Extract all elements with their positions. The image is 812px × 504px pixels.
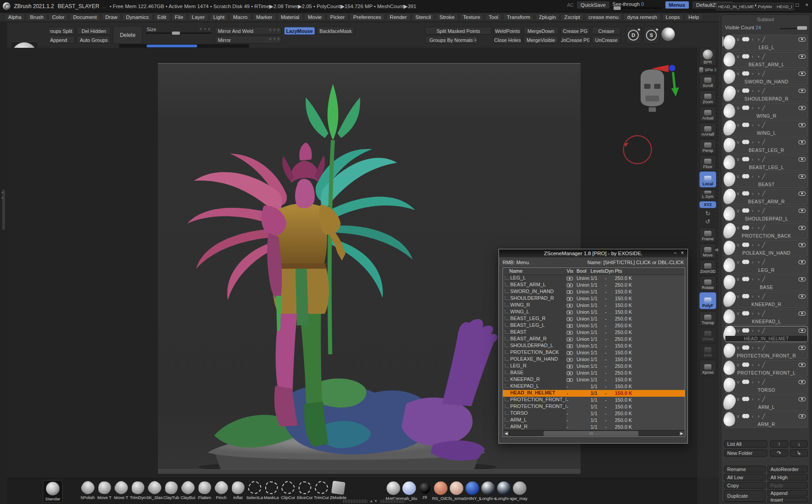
uv-toggle-icon[interactable]: ◐ <box>752 396 755 402</box>
subtool-list-item[interactable]: ∨ ◐ ◑ ╱ PROTECTION_BACK <box>725 223 808 239</box>
new-folder-button[interactable]: New Folder <box>724 449 767 457</box>
visibility-eye-icon[interactable] <box>567 331 573 334</box>
menu-item[interactable]: Material <box>277 14 303 21</box>
texture-toggle-icon[interactable]: ◑ <box>757 328 760 333</box>
uv-toggle-icon[interactable]: ◐ <box>752 413 755 419</box>
menu-item[interactable]: Preferences <box>350 14 385 21</box>
uv-toggle-icon[interactable]: ◐ <box>752 54 755 59</box>
drop-arrow-icon[interactable]: ∨ <box>736 88 740 94</box>
visibility-eye-icon[interactable] <box>567 358 573 362</box>
visibility-eye-icon[interactable] <box>567 290 573 294</box>
paint-brush-icon[interactable]: ╱ <box>762 225 765 231</box>
texture-toggle-icon[interactable]: ◑ <box>757 174 760 179</box>
uv-toggle-icon[interactable]: ◐ <box>752 174 755 179</box>
visibility-eye-icon[interactable] <box>567 378 573 382</box>
subtool-list-item[interactable]: ∨ ◐ ◑ ╱ PROTECTION_FRONT_L <box>725 360 808 376</box>
subtool-list-item[interactable]: ∨ ◐ ◑ ╱ LEG_R <box>725 257 808 274</box>
viewport-tool-button[interactable]: Rotate <box>699 276 716 291</box>
visibility-toggle[interactable] <box>798 259 806 265</box>
tray-pager[interactable]: ▲▼ <box>343 499 405 503</box>
mergedown-button[interactable]: MergeDown <box>523 27 558 35</box>
visibility-toggle[interactable] <box>798 345 806 350</box>
bool-mode[interactable]: Union <box>577 316 590 321</box>
visibility-toggle[interactable] <box>798 71 806 76</box>
table-row[interactable]: TORSO - 1/1 - 250.0 K <box>503 410 685 417</box>
subtool-list-item[interactable]: ∨ ◐ ◑ ╱ ARM_L <box>725 394 808 411</box>
table-row[interactable]: BEAST_ARM_R Union 1/1 - 250.0 K <box>503 336 685 343</box>
table-row[interactable]: KNEEPAD_R Union 1/1 - 150.0 K <box>503 376 685 383</box>
menu-item[interactable]: Help <box>685 14 703 21</box>
uv-toggle-icon[interactable]: ◐ <box>752 156 755 162</box>
table-row[interactable]: WING_R Union 1/1 - 150.0 K <box>503 302 685 309</box>
table-row[interactable]: WING_L Union 1/1 - 150.0 K <box>503 309 685 316</box>
scrollbar-thumb[interactable] <box>544 431 638 436</box>
uv-toggle-icon[interactable]: ◐ <box>752 328 755 333</box>
texture-toggle-icon[interactable]: ◑ <box>757 71 760 76</box>
subtool-list-item[interactable]: ∨ ◐ ◑ ╱ PROTECTION_FRONT_R <box>725 343 808 359</box>
see-through-handle[interactable] <box>614 6 621 10</box>
menu-item[interactable]: Picker <box>327 14 348 21</box>
menu-item[interactable]: File <box>171 14 187 21</box>
table-row[interactable]: BASE Union 1/1 - 250.0 K <box>503 370 685 376</box>
menus-toggle-button[interactable]: Menus <box>665 1 689 9</box>
viewport-tool-button[interactable]: Ghost <box>699 327 716 343</box>
zscene-minimize-button[interactable]: − <box>672 250 678 256</box>
uv-toggle-icon[interactable]: ◐ <box>752 242 755 247</box>
visibility-toggle[interactable] <box>798 276 806 282</box>
bool-mode[interactable]: Union <box>577 343 590 348</box>
drop-arrow-icon[interactable]: ∨ <box>736 276 740 282</box>
visibility-eye-icon[interactable] <box>567 317 573 321</box>
paint-brush-icon[interactable]: ╱ <box>762 174 765 179</box>
visibility-toggle[interactable] <box>798 174 806 179</box>
subtool-list-item[interactable]: ∨ ◐ ◑ ╱ WING_L <box>725 120 808 137</box>
subtool-list-item[interactable]: ∨ ◐ ◑ ╱ SHOULDERPAD_R <box>725 86 808 102</box>
texture-toggle-icon[interactable]: ◑ <box>757 37 760 42</box>
tray-peek-label[interactable]: HEAD_I <box>775 3 794 10</box>
visibility-toggle[interactable] <box>798 396 806 402</box>
subtool-list-item[interactable]: ∨ ◐ ◑ ╱ POLEAXE_IN_HAND <box>725 240 808 257</box>
material-slot[interactable]: MatCap <box>385 480 401 501</box>
groups-normals-dot-toggle[interactable] <box>474 38 477 42</box>
uv-toggle-icon[interactable]: ◐ <box>752 345 755 350</box>
subtool-list-item[interactable]: ∨ ◐ ◑ ╱ TORSO <box>725 377 808 394</box>
paint-brush-icon[interactable]: ╱ <box>762 105 765 111</box>
bool-mode[interactable]: Union <box>577 357 590 362</box>
subtool-list-item[interactable]: ∨ ◐ ◑ ╱ SHOULDERPAD_L <box>725 206 808 222</box>
visibility-toggle[interactable] <box>798 328 806 333</box>
texture-toggle-icon[interactable]: ◑ <box>757 191 760 196</box>
visibility-eye-icon[interactable] <box>567 351 573 355</box>
texture-toggle-icon[interactable]: ◑ <box>757 396 760 402</box>
menu-item[interactable]: Zplugin <box>535 14 559 21</box>
bool-mode[interactable]: Union <box>577 370 590 376</box>
brush-slot[interactable]: Move T <box>96 480 113 500</box>
drop-arrow-icon[interactable]: ∨ <box>736 71 740 77</box>
viewport-tool-button[interactable]: Frame <box>699 227 716 243</box>
all-low-button[interactable]: All Low <box>724 474 766 481</box>
menu-item[interactable]: Render <box>386 14 411 21</box>
visibility-toggle[interactable] <box>798 311 806 316</box>
visibility-toggle[interactable] <box>798 105 806 110</box>
current-brush-slot[interactable]: Standar <box>43 480 63 503</box>
uncrease-button[interactable]: UnCrease <box>592 36 621 44</box>
material-slot[interactable]: gw_may <box>512 480 527 501</box>
visibility-toggle[interactable] <box>798 139 806 145</box>
visibility-eye-icon[interactable] <box>567 304 573 307</box>
zscene-table-header[interactable]: Name Vis Bool Levels Dyn Pts <box>503 268 685 275</box>
table-row[interactable]: PROTECTION_BACK Union 1/1 - 150.0 K <box>503 349 685 356</box>
material-ball-icon[interactable] <box>661 27 675 41</box>
tray-peek-label[interactable]: HEAD_IN_HELME <box>716 3 755 10</box>
rotate-gizmo-ring[interactable] <box>623 135 652 164</box>
brush-slot[interactable]: Pinch <box>213 480 230 500</box>
lazymouse-button[interactable]: LazyMouse <box>284 27 315 35</box>
menu-item[interactable]: Tool <box>485 14 502 21</box>
subtool-list-item[interactable]: ∨ ◐ ◑ ╱ KNEEPAD_R <box>725 292 808 308</box>
paint-brush-icon[interactable]: ╱ <box>762 362 765 368</box>
menu-item[interactable]: crease menu <box>585 14 622 21</box>
menu-item[interactable]: Brush <box>26 14 47 21</box>
bool-mode[interactable]: Union <box>577 323 590 328</box>
drop-arrow-icon[interactable]: ∨ <box>736 105 740 111</box>
bool-mode[interactable]: Union <box>577 363 590 369</box>
panel-collapse-arrow-icon[interactable]: ◀ <box>715 247 718 252</box>
viewport-tool-button[interactable]: Zoom3D <box>699 260 716 275</box>
viewport-tool-button[interactable]: Zoom <box>699 90 716 105</box>
